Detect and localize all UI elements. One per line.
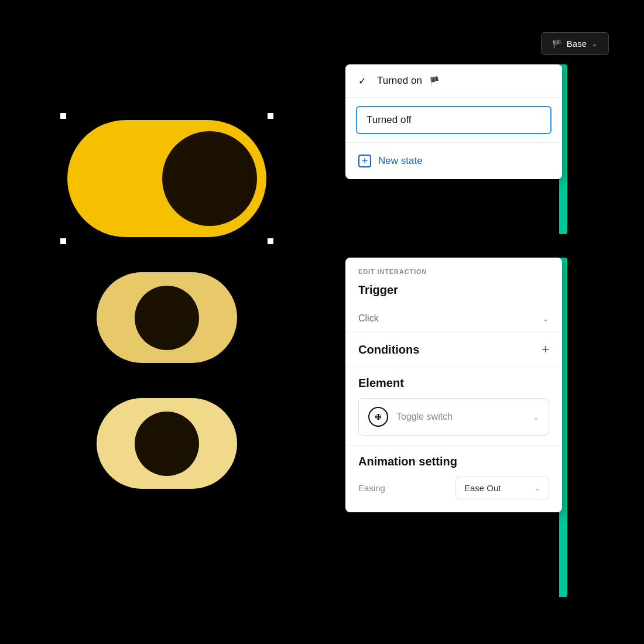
animation-section: Animation setting Easing Ease Out ⌄ [345,446,562,512]
handle-bl [60,238,66,244]
element-label: Element [358,376,549,390]
chevron-down-icon-element: ⌄ [533,413,539,422]
animation-row: Easing Ease Out ⌄ [358,477,549,499]
check-icon: ✓ [358,76,370,87]
chevron-down-icon-easing: ⌄ [535,484,540,492]
edit-interaction-label: EDIT INTERACTION [345,258,562,280]
toggle-on-container[interactable] [67,120,266,237]
state-item-turned-on[interactable]: ✓ Turned on 🏴 [345,64,562,98]
easing-selector[interactable]: Ease Out ⌄ [455,477,549,499]
toggle-off-container[interactable] [97,398,237,489]
element-section: Element Toggle switch ⌄ [345,367,562,445]
interaction-panel: EDIT INTERACTION Trigger Click ⌄ Conditi… [345,258,562,512]
easing-label: Easing [358,483,385,493]
crosshair-v [378,414,379,420]
element-selector[interactable]: Toggle switch ⌄ [358,398,549,436]
trigger-row[interactable]: Click ⌄ [345,305,562,332]
handle-tl [60,113,66,119]
toggle-mid-container[interactable] [97,272,237,363]
conditions-row: Conditions + [345,333,562,366]
flag-icon: 🏴 [552,39,562,49]
animation-label: Animation setting [358,455,549,468]
handle-tr [268,113,273,119]
toggle-thumb-mid [135,286,199,350]
toggle-switch-on[interactable] [67,120,266,237]
turned-off-input[interactable] [356,106,551,134]
flag-icon-on: 🏴 [429,76,439,85]
turned-on-label: Turned on [377,75,422,87]
base-button[interactable]: 🏴 Base ⌄ [541,32,609,55]
states-panel: ✓ Turned on 🏴 + New state [345,64,562,179]
toggle-thumb-off [135,412,199,476]
new-state-label: New state [378,155,423,167]
target-icon [368,407,388,427]
handle-br [268,238,273,244]
new-state-item[interactable]: + New state [345,143,562,179]
chevron-down-icon: ⌄ [591,39,598,48]
chevron-down-icon-trigger: ⌄ [542,314,549,323]
toggle-thumb-on [162,131,257,226]
toggle-switch-off[interactable] [97,398,237,489]
new-state-icon: + [358,155,371,167]
add-condition-button[interactable]: + [542,342,549,357]
canvas-area [0,0,334,644]
conditions-label: Conditions [358,343,419,357]
toggle-switch-mid[interactable] [97,272,237,363]
trigger-title: Trigger [345,280,562,305]
state-item-turned-off[interactable] [345,98,562,143]
trigger-value: Click [358,313,379,324]
right-panels: 🏴 Base ⌄ ✓ Turned on 🏴 + New state EDIT … [334,0,644,644]
base-button-label: Base [567,39,587,49]
easing-value: Ease Out [464,483,530,493]
element-name: Toggle switch [396,412,525,422]
